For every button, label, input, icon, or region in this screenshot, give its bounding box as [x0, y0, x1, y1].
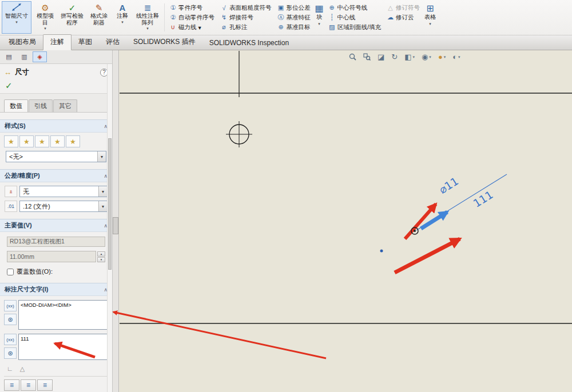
symbol-library-icon[interactable]: ⊛: [4, 314, 17, 325]
section-view-icon[interactable]: ◪: [378, 53, 384, 61]
display-style-icon[interactable]: ◧▾: [404, 53, 415, 61]
tab-solidworks-inspection[interactable]: SOLIDWORKS Inspection: [202, 37, 296, 50]
panel-tab-propertymanager[interactable]: ▥: [17, 51, 31, 62]
smart-dimension-button[interactable]: 智能尺寸 ▾: [2, 1, 31, 34]
precision-combo[interactable]: .12 (文件) ▾: [19, 201, 108, 212]
linear-note-pattern-button[interactable]: ≣ 线性注释阵列 ▾: [133, 1, 162, 34]
hide-show-items-icon[interactable]: ◉▾: [422, 53, 431, 61]
chevron-down-icon[interactable]: ▾: [44, 26, 46, 30]
tables-button[interactable]: ⊞ 表格 ▾: [423, 1, 437, 34]
chevron-down-icon[interactable]: ▾: [97, 151, 106, 162]
chevron-down-icon[interactable]: ▾: [198, 24, 201, 31]
zoom-fit-icon[interactable]: [349, 53, 356, 61]
style-load-button[interactable]: ★: [66, 135, 80, 147]
chevron-down-icon[interactable]: ▾: [429, 22, 431, 26]
revision-symbol-icon: △: [387, 4, 394, 11]
dimension-text-area-2[interactable]: 111: [18, 334, 108, 360]
spin-up-icon[interactable]: ▴: [97, 251, 105, 257]
weld-symbol-icon: ↯: [220, 14, 228, 21]
chevron-down-icon[interactable]: ▾: [98, 186, 107, 197]
panel-tab-featuremanager[interactable]: ▤: [2, 51, 16, 62]
balloon-button[interactable]: ① 零件序号: [169, 3, 214, 12]
chevron-down-icon[interactable]: ▾: [413, 55, 415, 59]
extension-line-icon[interactable]: ∟: [7, 365, 13, 373]
rotate-view-icon[interactable]: ↻: [391, 53, 398, 61]
surface-finish-button[interactable]: √ 表面粗糙度符号: [220, 3, 272, 12]
hole-callout-icon: ⌀: [220, 23, 228, 31]
area-hatch-button[interactable]: ▨ 区域剖面线/填充: [328, 23, 381, 31]
drawing-canvas[interactable]: ◪ ↻ ◧▾ ◉▾ ●▾ ◐▾: [119, 50, 572, 392]
tab-sketch[interactable]: 草图: [72, 35, 99, 50]
revision-cloud-button[interactable]: ☁ 修订云: [387, 13, 420, 22]
format-painter-button[interactable]: ✎ 格式涂刷器: [86, 1, 112, 34]
weld-symbol-button[interactable]: ↯ 焊接符号: [220, 13, 272, 22]
slant-dimension-icon[interactable]: △: [20, 365, 25, 373]
revision-group: △ 修订符号 ☁ 修订云: [384, 1, 422, 34]
hole-callout-button[interactable]: ⌀ 孔标注: [220, 23, 272, 31]
panel-tab-configurations[interactable]: ◈: [33, 51, 47, 62]
dimension-text-area-1[interactable]: <MOD-DIAM><DIM>: [18, 300, 108, 330]
balloon-group: ① 零件序号 ② 自动零件序号 ∪ 磁力线 ▾: [167, 1, 217, 34]
confirm-row: ✓: [0, 79, 112, 94]
zoom-to-area-icon[interactable]: [363, 53, 371, 61]
edit-appearance-icon[interactable]: ●▾: [438, 53, 446, 61]
tab-solidworks-addins[interactable]: SOLIDWORKS 插件: [126, 35, 202, 50]
center-mark-button[interactable]: ⊕ 中心符号线: [328, 3, 381, 12]
dimension-name-field: RD13@工程图视图1: [7, 237, 105, 247]
panel-splitter-handle[interactable]: [113, 217, 118, 234]
tab-evaluate[interactable]: 评估: [99, 35, 126, 50]
align-center-button[interactable]: ≡: [21, 379, 36, 391]
align-left-button[interactable]: ≡: [4, 379, 19, 391]
primary-value-section-header[interactable]: 主要值(V) ∧: [0, 219, 112, 232]
chevron-down-icon[interactable]: ▾: [444, 55, 446, 59]
spell-checker-button[interactable]: ✓ 拼写检验程序: [59, 1, 85, 34]
chevron-down-icon[interactable]: ▾: [458, 55, 460, 59]
align-right-button[interactable]: ≡: [37, 379, 53, 391]
chevron-down-icon[interactable]: ▾: [429, 55, 431, 59]
symbol-library-icon[interactable]: ⊛: [4, 347, 17, 359]
tab-view-layout[interactable]: 视图布局: [2, 35, 43, 50]
ok-button[interactable]: ✓: [5, 81, 13, 90]
datum-target-button[interactable]: ⊕ 基准目标: [277, 23, 311, 31]
note-button[interactable]: A 注释 ▾: [113, 1, 132, 34]
tolerance-section-header[interactable]: 公差/精度(P) ∧: [0, 169, 112, 182]
chevron-down-icon[interactable]: ▾: [98, 201, 107, 211]
style-update-button[interactable]: ★: [35, 135, 49, 147]
spin-down-icon[interactable]: ▾: [97, 257, 105, 262]
tab-leaders[interactable]: 引线: [29, 99, 53, 112]
auto-balloon-button[interactable]: ② 自动零件序号: [169, 13, 214, 22]
magnetic-line-button[interactable]: ∪ 磁力线 ▾: [169, 23, 214, 31]
panel-scrollbar-thumb[interactable]: [108, 138, 112, 270]
style-new-button[interactable]: ★: [4, 135, 18, 147]
datum-group: ▣ 形位公差 Ⓐ 基准特征 ⊕ 基准目标: [275, 1, 313, 34]
dimension-text-section-header[interactable]: 标注尺寸文字(I) ∧: [0, 283, 112, 296]
tolerance-type-combo[interactable]: 无 ▾: [19, 186, 108, 197]
style-add-button[interactable]: ★: [19, 135, 34, 147]
view-settings-icon[interactable]: ◐▾: [452, 53, 460, 61]
override-value-checkbox[interactable]: [7, 269, 14, 275]
chevron-down-icon[interactable]: ▾: [146, 26, 149, 30]
spell-checker-icon: ✓: [69, 3, 76, 13]
chevron-down-icon[interactable]: ▾: [15, 20, 18, 24]
style-section-header[interactable]: 样式(S) ∧: [0, 119, 112, 133]
value-spinner[interactable]: ▴ ▾: [97, 251, 105, 262]
dimension-text-icon[interactable]: (xx): [4, 300, 17, 311]
tab-value[interactable]: 数值: [4, 99, 28, 112]
model-items-button[interactable]: ⚙ 模型项目 ▾: [33, 1, 58, 34]
panel-tab-strip: ▤ ▥ ◈: [0, 50, 112, 64]
tab-other[interactable]: 其它: [53, 99, 77, 112]
panel-scrollbar[interactable]: [107, 64, 112, 392]
chevron-down-icon[interactable]: ▾: [318, 22, 320, 26]
block-button[interactable]: ▦ 块 ▾: [314, 1, 325, 34]
star-icon: ★: [39, 138, 45, 146]
datum-feature-button[interactable]: Ⓐ 基准特征: [277, 13, 311, 22]
chevron-down-icon[interactable]: ▾: [121, 20, 124, 24]
style-save-button[interactable]: ★: [50, 135, 65, 147]
dimension-text-icons: (xx) ⊛: [4, 334, 17, 360]
style-combo[interactable]: <无> ▾: [6, 151, 106, 162]
centerline-button[interactable]: ┆ 中心线: [328, 13, 381, 22]
configurations-icon: ◈: [37, 53, 42, 61]
geometric-tolerance-button[interactable]: ▣ 形位公差: [277, 3, 311, 12]
tab-annotation[interactable]: 注解: [43, 34, 72, 50]
dimension-text-icon[interactable]: (xx): [4, 334, 17, 345]
